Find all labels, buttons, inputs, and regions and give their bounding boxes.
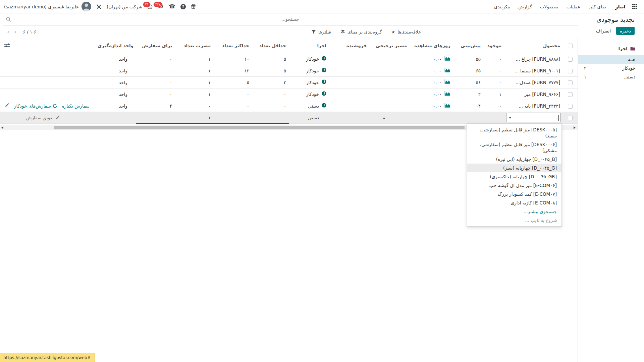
dropdown-item[interactable]: [E-COM۰۷] کمد کشودار بزرگ (467, 190, 561, 198)
col-multiple-qty[interactable]: مضرب تعداد (175, 38, 213, 53)
dropdown-item-highlighted[interactable]: [D_۰۰۴۵_G] چهارپایه (سبز) (467, 164, 561, 172)
multiple-qty-input[interactable]: ۱ (175, 112, 213, 123)
menu-reporting[interactable]: گزارش (515, 1, 536, 13)
table-row[interactable]: [FURN_۹۶۶۶] میز ۱ ۲ ۰.۰۰ i خودکار ۰ ۰ ۱ … (0, 88, 578, 100)
dropdown-item[interactable]: [DESK۰۰۰۶] میز قابل تنظیم (سفارشی، مشکی) (467, 140, 561, 155)
vendor-cell[interactable] (329, 112, 369, 123)
forecast-graph-icon[interactable] (444, 103, 450, 109)
menu-products[interactable]: محصولات (536, 1, 562, 13)
page-title: تجدید موجودی (596, 16, 635, 23)
info-icon[interactable]: i (322, 103, 326, 109)
help-icon[interactable]: ? (180, 4, 186, 9)
to-order-input[interactable]: ۰ (136, 112, 175, 123)
col-min-qty[interactable]: حداقل تعداد (252, 38, 289, 53)
row-checkbox[interactable] (568, 57, 573, 62)
pager-prev-icon[interactable]: ‹ (5, 29, 11, 35)
messages-icon[interactable]: ۴۲۸ (158, 4, 164, 9)
col-visibility-days[interactable]: روزهای مشاهده (410, 38, 453, 53)
sidebar-item-manual[interactable]: دستی ۱ (578, 72, 644, 81)
sidebar-item-automatic[interactable]: خودکار ۴ (578, 64, 644, 72)
product-cell[interactable]: [FURN_۹۶۶۶] میز (504, 88, 563, 100)
col-on-hand[interactable]: موجود (483, 38, 504, 53)
scroll-right-icon[interactable] (574, 126, 576, 129)
max-qty-input[interactable]: ۰ (213, 112, 252, 123)
route-cell (369, 53, 410, 65)
order-once-button[interactable]: سفارش یکباره (62, 103, 89, 109)
col-vendor[interactable]: فروشنده (329, 38, 369, 53)
edit-row[interactable]: ۰ ۰ ۰.۰۰ دستی ۰ ۰ ۱ ۰ تعویق سفارش (0, 112, 578, 123)
forecast-graph-icon[interactable] (444, 56, 450, 62)
vendor-cell (329, 53, 369, 65)
product-cell[interactable]: [FURN_۲۳۳۳] پایه ... (504, 100, 563, 112)
activities-clock-icon[interactable]: ۷۱ (147, 4, 153, 9)
col-to-order[interactable]: برای سفارش (136, 38, 175, 53)
dropdown-search-more[interactable]: جستجوی بیشتر... (467, 207, 561, 216)
col-product[interactable]: محصول (504, 38, 563, 53)
table-row[interactable]: [FURN_۹۰۰۱] سینما ... ۰ ۶۵ ۰.۰۰ i خودکار… (0, 65, 578, 76)
sidebar-item-all[interactable]: همه (578, 55, 644, 64)
product-cell[interactable]: [FURN_۸۸۸۸] چراغ ... (504, 53, 563, 65)
dropdown-item[interactable]: [D_۰۰۴۵_B] چهارپایه (آبی تیره) (467, 155, 561, 164)
row-checkbox[interactable] (568, 69, 573, 73)
info-icon[interactable]: i (322, 79, 326, 85)
table-row[interactable]: [FURN_۲۳۳۳] پایه ... ۰ -۴ ۰.۰۰ i دستی ۰ … (0, 100, 578, 112)
dropdown-item[interactable]: [E-COM۰۸] کازیه اداری (467, 198, 561, 207)
route-cell (369, 100, 410, 112)
filters-button[interactable]: فیلترها (311, 29, 331, 35)
col-uom[interactable]: واحد اندازه‌گیری (89, 38, 136, 53)
select-all-checkbox[interactable] (568, 44, 573, 48)
gift-icon[interactable] (191, 4, 196, 9)
menu-configuration[interactable]: پیکربندی (490, 1, 514, 13)
save-button[interactable]: ذخیره (616, 27, 635, 35)
info-icon[interactable]: i (322, 91, 326, 97)
product-cell[interactable]: [FURN_۹۰۰۱] سینما ... (504, 65, 563, 76)
search-input[interactable] (3, 13, 578, 25)
layers-icon (340, 30, 345, 34)
dropdown-caret-icon[interactable] (509, 117, 512, 119)
col-max-qty[interactable]: حداکثر تعداد (213, 38, 252, 53)
product-autocomplete[interactable] (506, 113, 561, 122)
route-select[interactable] (369, 112, 410, 123)
scrollbar-thumb[interactable] (54, 126, 465, 129)
tools-icon[interactable] (96, 4, 102, 9)
dropdown-item[interactable]: [E-COM۰۶] میز مدل ال گوشه چپ (467, 181, 561, 190)
info-icon[interactable]: i (322, 56, 326, 62)
postpone-order-button[interactable]: تعویق سفارش (26, 115, 60, 120)
snooze-icon[interactable] (5, 103, 9, 109)
favorites-button[interactable]: ★ علاقه‌مندی‌ها (391, 29, 421, 35)
table-row[interactable]: [FURN_۸۸۸۸] چراغ ... ۰ ۵۵ ۰.۰۰ i خودکار … (0, 53, 578, 65)
info-icon[interactable]: i (322, 68, 326, 73)
app-name[interactable]: انبار (610, 4, 629, 10)
col-preferred-route[interactable]: مسیر ترجیحی (369, 38, 410, 53)
route-cell (369, 76, 410, 88)
discard-button[interactable]: انصراف (596, 28, 611, 34)
row-checkbox[interactable] (568, 116, 573, 120)
phone-icon[interactable]: ☎ (169, 3, 175, 10)
dropdown-item[interactable]: [D_۰۰۴۵_GR] چهارپایه (خاکستری) (467, 172, 561, 181)
optional-columns-icon[interactable] (4, 43, 10, 49)
menu-operations[interactable]: عملیات (563, 1, 584, 13)
user-menu[interactable]: علیرضا غضنفری (sazmanyar-demo) (4, 2, 91, 11)
menu-overview[interactable]: نمای کلی (585, 1, 610, 13)
product-input[interactable] (506, 113, 560, 122)
row-checkbox[interactable] (568, 92, 573, 97)
table-row[interactable]: [FURN_۷۷۷۷] صندل... ۰ ۵۶ ۰.۰۰ i خودکار ۳… (0, 76, 578, 88)
automate-orders-button[interactable]: سفارش‌های خودکار (14, 103, 57, 109)
row-checkbox[interactable] (568, 80, 573, 85)
group-by-button[interactable]: گروه‌بندی بر مبنای (340, 29, 382, 35)
company-switcher[interactable]: شرکت من (تهران) (107, 4, 142, 9)
row-checkbox[interactable] (568, 104, 573, 109)
pager-next-icon[interactable]: › (12, 29, 18, 35)
dropdown-item[interactable]: [DESK۰۰۰۵] میز قابل تنظیم (سفارشی، سفید) (467, 125, 561, 140)
forecast-graph-icon[interactable] (444, 68, 450, 73)
trigger-cell[interactable]: دستی (289, 112, 329, 123)
min-qty-input[interactable]: ۰ (252, 112, 289, 123)
product-cell[interactable]: [FURN_۷۷۷۷] صندل... (504, 76, 563, 88)
vendor-c ell (329, 76, 369, 88)
forecast-graph-icon[interactable] (444, 79, 450, 85)
scroll-left-icon[interactable] (1, 126, 3, 129)
forecast-graph-icon[interactable] (444, 91, 450, 97)
apps-grid-icon[interactable] (630, 3, 640, 10)
col-trigger[interactable]: اجرا (289, 38, 329, 53)
col-forecast[interactable]: پیش‌بینی (453, 38, 483, 53)
